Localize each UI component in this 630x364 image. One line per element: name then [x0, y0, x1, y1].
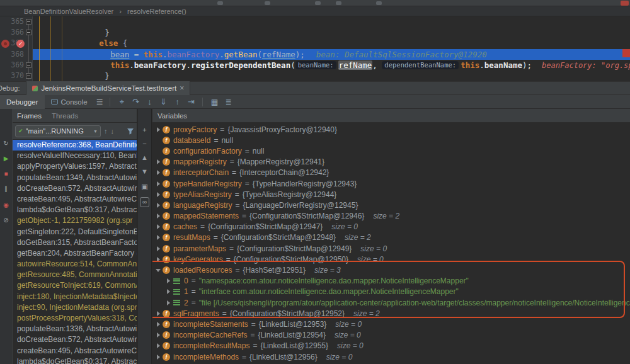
- frame-row[interactable]: doGetBean:315, AbstractBeanFactory: [13, 237, 137, 248]
- variable-row[interactable]: fmappedStatements={Configuration$StrictM…: [152, 211, 630, 222]
- variable-row[interactable]: finterceptorChain={InterceptorChain@1294…: [152, 168, 630, 178]
- step-over-icon[interactable]: ↷: [129, 97, 142, 106]
- layout-settings-icon[interactable]: ≣: [221, 98, 235, 106]
- panes-layout-icon[interactable]: ▣: [139, 182, 150, 191]
- fold-marker[interactable]: [26, 62, 32, 68]
- close-icon[interactable]: ×: [180, 84, 184, 92]
- rerun-button[interactable]: ↻: [1, 139, 11, 148]
- force-step-into-icon[interactable]: ⇓: [156, 97, 170, 106]
- token-field[interactable]: beanFactory: [134, 60, 186, 70]
- frame-row[interactable]: autowireResource:514, CommonAnn: [13, 259, 137, 270]
- frame-row[interactable]: getObject:-1, 1221759982 (org.spr: [13, 215, 137, 226]
- run-to-cursor-icon[interactable]: ⇥: [184, 97, 198, 106]
- expand-arrow-icon[interactable]: [164, 300, 172, 305]
- frame-row[interactable]: inject:180, InjectionMetadata$Injecte: [13, 292, 137, 302]
- token-field[interactable]: beanName: [484, 60, 522, 70]
- frame-row[interactable]: resolveValueIfNecessary:110, BeanD: [13, 151, 137, 161]
- expand-arrow-icon[interactable]: [154, 203, 162, 208]
- frame-row[interactable]: applyPropertyValues:1597, Abstract: [13, 161, 137, 172]
- token-argument-highlighted[interactable]: refName: [338, 60, 373, 70]
- expand-arrow-icon[interactable]: [154, 235, 162, 240]
- variable-row[interactable]: fkeyGenerators={Configuration$StrictMap@…: [152, 254, 630, 264]
- expand-arrow-icon[interactable]: [154, 322, 162, 327]
- breakpoint-icon[interactable]: ✓: [16, 40, 25, 48]
- variable-row-loaded-resources[interactable]: floadedResources={HashSet@12951}size = 3: [152, 264, 630, 275]
- layout-grid-icon[interactable]: ▦: [207, 98, 221, 106]
- variable-row[interactable]: fresultMaps={Configuration$StrictMap@129…: [152, 232, 630, 243]
- frame-row[interactable]: lambda$doGetBean$0:317, Abstract: [13, 205, 137, 215]
- variable-row[interactable]: fincompleteMethods={LinkedList@12956}siz…: [152, 351, 630, 362]
- step-out-icon[interactable]: ↑: [170, 97, 184, 106]
- expand-arrow-icon[interactable]: [154, 311, 162, 316]
- expand-arrow-icon[interactable]: [154, 127, 162, 132]
- hide-library-frames-icon[interactable]: [127, 127, 134, 135]
- collection-item-row[interactable]: 2="file [/Users/qishengli/program/atour/…: [152, 297, 630, 308]
- toolbar-icon[interactable]: [217, 1, 223, 5]
- debug-session-tab[interactable]: JenkinsRemoteBuildServiceTest.testInsert…: [26, 81, 190, 95]
- frame-row[interactable]: createBean:495, AbstractAutowireCa: [13, 346, 137, 356]
- next-frame-icon[interactable]: ↓: [111, 127, 115, 135]
- frame-row[interactable]: resolveReference:368, BeanDefinition: [13, 140, 137, 151]
- expand-arrow-icon[interactable]: [154, 246, 162, 251]
- step-into-icon[interactable]: ↓: [142, 97, 156, 106]
- frame-row[interactable]: postProcessPropertyValues:318, Co: [13, 313, 137, 324]
- variable-row[interactable]: fincompleteResultMaps={LinkedList@12955}…: [152, 341, 630, 351]
- expand-arrow-icon[interactable]: [154, 192, 162, 197]
- collection-item-row[interactable]: 1="interface com.atour.noticeIntelligenc…: [152, 287, 630, 297]
- thread-dropdown[interactable]: ✔ "main"...RUNNING ▼: [15, 125, 101, 137]
- expand-arrow-icon[interactable]: [154, 213, 162, 219]
- error-stripe-marker[interactable]: [622, 49, 630, 57]
- move-down-icon[interactable]: ▼: [139, 167, 150, 176]
- tab-debugger[interactable]: Debugger: [0, 95, 45, 109]
- variable-row[interactable]: fcaches={Configuration$StrictMap@12947}s…: [152, 222, 630, 232]
- breadcrumb-class[interactable]: BeanDefinitionValueResolver: [24, 8, 113, 15]
- move-up-icon[interactable]: ▲: [139, 153, 150, 162]
- frame-row[interactable]: getBean:204, AbstractBeanFactory (: [13, 248, 137, 259]
- variable-row[interactable]: fparameterMaps={Configuration$StrictMap@…: [152, 243, 630, 254]
- expand-arrow-icon[interactable]: [154, 159, 162, 164]
- variable-row[interactable]: fconfigurationFactory=null: [152, 145, 630, 156]
- code-editor[interactable]: 365 366 367 368 369 370 ✓ } else { bean …: [0, 16, 630, 81]
- tab-frames[interactable]: Frames: [17, 112, 42, 120]
- fold-marker[interactable]: [26, 30, 32, 35]
- frame-row[interactable]: doCreateBean:572, AbstractAutowire: [13, 334, 137, 345]
- collection-item-row[interactable]: 0="namespace:com.atour.noticeIntelligenc…: [152, 276, 630, 287]
- variable-row[interactable]: flanguageRegistry={LanguageDriverRegistr…: [152, 200, 630, 210]
- show-execution-point-icon[interactable]: ⌖: [115, 97, 129, 107]
- token-method[interactable]: registerDependentBean: [191, 60, 290, 70]
- variable-row[interactable]: ftypeHandlerRegistry={TypeHandlerRegistr…: [152, 178, 630, 189]
- stop-toolbar-icon[interactable]: [621, 1, 629, 6]
- view-breakpoints-button[interactable]: ◉: [1, 201, 11, 210]
- toolbar-icon[interactable]: [315, 1, 321, 5]
- variable-row[interactable]: fincompleteCacheRefs={LinkedList@12954}s…: [152, 330, 630, 341]
- stop-button[interactable]: ■: [1, 169, 11, 178]
- expand-arrow-icon[interactable]: [154, 170, 162, 175]
- variable-row[interactable]: fmapperRegistry={MapperRegistry@12941}: [152, 157, 630, 168]
- resume-button[interactable]: ▶: [1, 154, 11, 163]
- variable-row[interactable]: fdatabaseId=null: [152, 135, 630, 145]
- add-watch-icon[interactable]: +: [139, 125, 150, 134]
- tab-threads[interactable]: Threads: [52, 112, 78, 120]
- breadcrumb-method[interactable]: resolveReference(): [127, 8, 186, 15]
- expand-arrow-icon[interactable]: [164, 289, 172, 294]
- expand-arrow-icon[interactable]: [154, 355, 162, 360]
- expand-arrow-icon[interactable]: [164, 278, 172, 283]
- frame-row[interactable]: getSingleton:222, DefaultSingletonBe: [13, 227, 137, 237]
- variable-row[interactable]: ftypeAliasRegistry={TypeAliasRegistry@12…: [152, 189, 630, 200]
- frame-row[interactable]: doCreateBean:572, AbstractAutowire: [13, 183, 137, 194]
- previous-frame-icon[interactable]: ↑: [104, 127, 108, 135]
- frame-row[interactable]: populateBean:1336, AbstractAutowi: [13, 324, 137, 334]
- toolbar-icon[interactable]: [336, 1, 341, 5]
- expand-arrow-icon[interactable]: [154, 257, 162, 262]
- mute-breakpoints-button[interactable]: ⊘: [1, 216, 11, 225]
- expand-arrow-icon[interactable]: [154, 343, 162, 348]
- tab-console[interactable]: Console: [45, 95, 94, 109]
- fold-marker[interactable]: [26, 73, 32, 79]
- variable-row[interactable]: fproxyFactory={JavassistProxyFactory@129…: [152, 124, 630, 135]
- frame-row[interactable]: populateBean:1349, AbstractAutowir: [13, 173, 137, 183]
- expand-arrow-icon[interactable]: [154, 181, 162, 186]
- frame-row[interactable]: inject:90, InjectionMetadata (org.spri: [13, 302, 137, 313]
- frame-row[interactable]: createBean:495, AbstractAutowireCa: [13, 194, 137, 205]
- frame-row[interactable]: lambda$doGetBean$0:317, Abstract: [13, 356, 137, 364]
- collapse-arrow-icon[interactable]: [154, 269, 162, 272]
